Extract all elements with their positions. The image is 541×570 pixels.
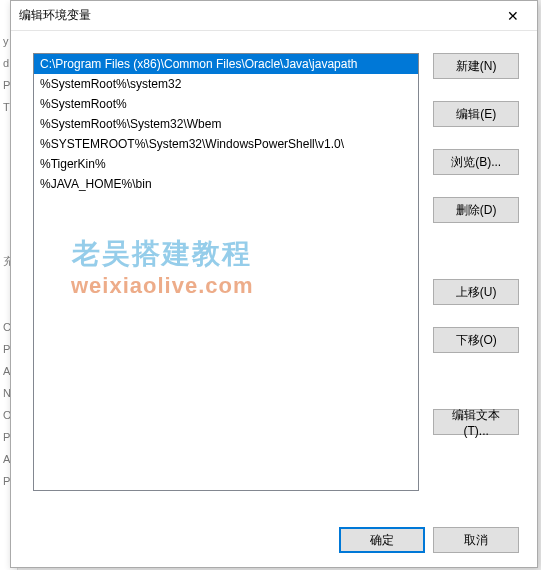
ok-button[interactable]: 确定 — [339, 527, 425, 553]
new-button[interactable]: 新建(N) — [433, 53, 519, 79]
cancel-button[interactable]: 取消 — [433, 527, 519, 553]
list-item[interactable]: %SystemRoot% — [34, 94, 418, 114]
titlebar: 编辑环境变量 ✕ — [11, 1, 537, 31]
close-icon: ✕ — [507, 8, 519, 24]
list-item[interactable]: %SystemRoot%\System32\Wbem — [34, 114, 418, 134]
dialog-content: C:\Program Files (x86)\Common Files\Orac… — [11, 31, 537, 527]
list-item[interactable]: %SYSTEMROOT%\System32\WindowsPowerShell\… — [34, 134, 418, 154]
close-button[interactable]: ✕ — [491, 2, 535, 30]
list-item[interactable]: %TigerKin% — [34, 154, 418, 174]
move-up-button[interactable]: 上移(U) — [433, 279, 519, 305]
dialog-title: 编辑环境变量 — [19, 7, 491, 24]
side-button-column: 新建(N) 编辑(E) 浏览(B)... 删除(D) 上移(U) 下移(O) 编… — [433, 53, 519, 515]
edit-env-var-dialog: 编辑环境变量 ✕ C:\Program Files (x86)\Common F… — [10, 0, 538, 568]
edit-text-button[interactable]: 编辑文本(T)... — [433, 409, 519, 435]
edit-button[interactable]: 编辑(E) — [433, 101, 519, 127]
browse-button[interactable]: 浏览(B)... — [433, 149, 519, 175]
delete-button[interactable]: 删除(D) — [433, 197, 519, 223]
path-listbox[interactable]: C:\Program Files (x86)\Common Files\Orac… — [33, 53, 419, 491]
move-down-button[interactable]: 下移(O) — [433, 327, 519, 353]
list-item[interactable]: C:\Program Files (x86)\Common Files\Orac… — [34, 54, 418, 74]
dialog-footer: 确定 取消 — [11, 527, 537, 567]
list-item[interactable]: %SystemRoot%\system32 — [34, 74, 418, 94]
list-item[interactable]: %JAVA_HOME%\bin — [34, 174, 418, 194]
